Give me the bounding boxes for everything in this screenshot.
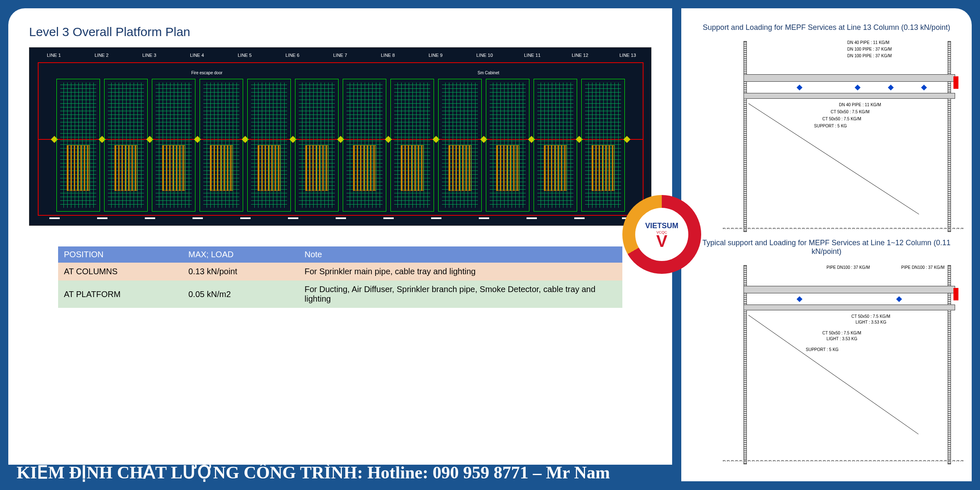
detail2-title: Typical support and Loading for MEPF Ser… <box>690 239 963 256</box>
line-label: LINE 5 <box>238 53 252 58</box>
cabinet-label: Sm Cabinet <box>478 71 499 75</box>
line-label: LINE 10 <box>476 53 493 58</box>
line-label: LINE 8 <box>381 53 395 58</box>
line-label: LINE 4 <box>190 53 204 58</box>
line-label: LINE 1 <box>47 53 61 58</box>
detail2-drawing: PIPE DN100 : 37 KG/M PIPE DN100 : 37 KG/… <box>690 261 963 468</box>
load-table: POSITION MAX; LOAD Note AT COLUMNS 0.13 … <box>58 246 622 308</box>
line-label: LINE 3 <box>142 53 156 58</box>
detail1-drawing: DN 40 PIPE : 11 KG/M DN 100 PIPE : 37 KG… <box>690 37 963 236</box>
line-label: LINE 11 <box>524 53 541 58</box>
footer-hotline: KIỂM ĐỊNH CHẤT LƯỢNG CÔNG TRÌNH: Hotline… <box>17 462 610 483</box>
detail1-title: Support and Loading for MEPF Services at… <box>690 23 963 32</box>
cad-plan-drawing: Fire escape door Sm Cabinet LINE 1LINE 2… <box>29 47 651 226</box>
th-note: Note <box>299 246 622 263</box>
vietsum-logo: VIETSUM VCQC V <box>622 195 701 274</box>
line-label: LINE 6 <box>285 53 300 58</box>
line-label: LINE 7 <box>333 53 347 58</box>
table-row: AT PLATFORM 0.05 kN/m2 For Ducting, Air … <box>58 280 622 308</box>
line-label: LINE 12 <box>572 53 588 58</box>
line-label: LINE 2 <box>95 53 109 58</box>
th-position: POSITION <box>58 246 183 263</box>
left-panel: Level 3 Overall Platform Plan Fire escap… <box>8 8 672 465</box>
page-title: Level 3 Overall Platform Plan <box>29 25 651 39</box>
th-load: MAX; LOAD <box>183 246 299 263</box>
table-row: AT COLUMNS 0.13 kN/point For Sprinkler m… <box>58 263 622 280</box>
line-label: LINE 13 <box>619 53 636 58</box>
fire-escape-label: Fire escape door <box>191 71 222 75</box>
right-panel: Support and Loading for MEPF Services at… <box>681 8 972 481</box>
line-label: LINE 9 <box>429 53 443 58</box>
